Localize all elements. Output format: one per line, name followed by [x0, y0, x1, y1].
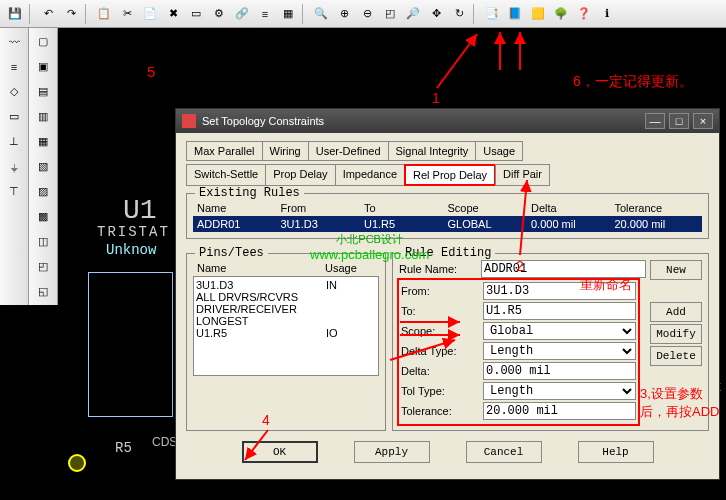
tool-stack[interactable]: ▦: [277, 3, 299, 25]
anno-5: 5: [147, 63, 155, 80]
ltool-gnd[interactable]: ⏚: [2, 155, 26, 178]
ltool-wire[interactable]: 〰: [2, 30, 26, 53]
pins-list[interactable]: 3U1.D3IN ALL DRVRS/RCVRS DRIVER/RECEIVER…: [193, 276, 379, 376]
tool-highlight[interactable]: 🟨: [527, 3, 549, 25]
tool-copy[interactable]: 📋: [93, 3, 115, 25]
ltool-res[interactable]: ▭: [2, 105, 26, 128]
left-toolbars: 〰 ≡ ◇ ▭ ⊥ ⏚ ⊤ ▢ ▣ ▤ ▥ ▦ ▧ ▨ ▩ ◫ ◰ ◱: [0, 28, 58, 305]
maximize-button[interactable]: □: [669, 113, 689, 129]
ltool-bus[interactable]: ≡: [2, 55, 26, 78]
ltool-b[interactable]: ▣: [31, 55, 55, 78]
tab-prop-delay[interactable]: Prop Delay: [265, 164, 335, 186]
ltool-cap[interactable]: ⊥: [2, 130, 26, 153]
close-button[interactable]: ×: [693, 113, 713, 129]
pins-tees-group: Pins/Tees NameUsage 3U1.D3IN ALL DRVRS/R…: [186, 253, 386, 431]
tolerance-input[interactable]: [483, 402, 636, 420]
tool-copy2[interactable]: 📑: [481, 3, 503, 25]
rules-header: Name From To Scope Delta Tolerance: [193, 200, 702, 216]
tool-zoom-in[interactable]: ⊕: [333, 3, 355, 25]
tool-redo[interactable]: ↷: [60, 3, 82, 25]
rule-row[interactable]: ADDR01 3U1.D3 U1.R5 GLOBAL 0.000 mil 20.…: [193, 216, 702, 232]
tabs-row2: Switch-Settle Prop Delay Impedance Rel P…: [186, 164, 709, 185]
ltool-i[interactable]: ◫: [31, 230, 55, 253]
existing-rules-group: Existing Rules Name From To Scope Delta …: [186, 193, 709, 239]
ltool-c[interactable]: ▤: [31, 80, 55, 103]
r5-refdes: R5: [115, 440, 132, 456]
tabs-row1: Max Parallel Wiring User-Defined Signal …: [186, 141, 709, 160]
tool-pan[interactable]: ✥: [425, 3, 447, 25]
ltool-d[interactable]: ▥: [31, 105, 55, 128]
apply-button[interactable]: Apply: [354, 441, 430, 463]
symbol-box[interactable]: [88, 272, 173, 417]
tool-undo[interactable]: ↶: [37, 3, 59, 25]
ltool-sym[interactable]: ◇: [2, 80, 26, 103]
delta-type-select[interactable]: Length: [483, 342, 636, 360]
tab-impedance[interactable]: Impedance: [335, 164, 405, 186]
ltool-j[interactable]: ◰: [31, 255, 55, 278]
tab-signal-integrity[interactable]: Signal Integrity: [388, 141, 477, 161]
to-input[interactable]: [483, 302, 636, 320]
dialog-footer: OK Apply Cancel Help: [186, 441, 709, 471]
minimize-button[interactable]: —: [645, 113, 665, 129]
add-button[interactable]: Add: [650, 302, 702, 322]
dialog-icon: [182, 114, 196, 128]
ltool-e[interactable]: ▦: [31, 130, 55, 153]
tool-layers[interactable]: 🌳: [550, 3, 572, 25]
from-input[interactable]: [483, 282, 636, 300]
ok-button[interactable]: OK: [242, 441, 318, 463]
delete-button[interactable]: Delete: [650, 346, 702, 366]
tol-type-select[interactable]: Length: [483, 382, 636, 400]
topology-constraints-dialog: Set Topology Constraints — □ × Max Paral…: [175, 108, 720, 480]
tool-save[interactable]: 💾: [4, 3, 26, 25]
tool-sheet[interactable]: ▭: [185, 3, 207, 25]
dialog-title: Set Topology Constraints: [202, 115, 324, 127]
tab-switch-settle[interactable]: Switch-Settle: [186, 164, 266, 186]
tab-rel-prop-delay[interactable]: Rel Prop Delay: [404, 164, 496, 186]
tool-template[interactable]: 📘: [504, 3, 526, 25]
anno-6: 6，一定记得更新。: [573, 73, 693, 91]
ltool-f[interactable]: ▧: [31, 155, 55, 178]
ltool-h[interactable]: ▩: [31, 205, 55, 228]
tool-zoom-out[interactable]: ⊖: [356, 3, 378, 25]
svg-line-0: [437, 34, 477, 88]
pin-r5[interactable]: [68, 454, 86, 472]
tool-help[interactable]: ❓: [573, 3, 595, 25]
modify-button[interactable]: Modify: [650, 324, 702, 344]
tab-wiring[interactable]: Wiring: [262, 141, 309, 161]
scope-select[interactable]: Global: [483, 322, 636, 340]
ltool-vcc[interactable]: ⊤: [2, 180, 26, 203]
tool-info[interactable]: ℹ: [596, 3, 618, 25]
tristate-label: TRISTAT: [97, 224, 170, 240]
unknown-label: Unknow: [106, 242, 156, 258]
help-button[interactable]: Help: [578, 441, 654, 463]
ltool-a[interactable]: ▢: [31, 30, 55, 53]
cancel-button[interactable]: Cancel: [466, 441, 542, 463]
tool-delete[interactable]: ✖: [162, 3, 184, 25]
dialog-titlebar[interactable]: Set Topology Constraints — □ ×: [176, 109, 719, 133]
rule-editing-group: Rule Editing Rule Name: From: To: Scope:…: [392, 253, 709, 431]
top-toolbar: 💾 ↶ ↷ 📋 ✂ 📄 ✖ ▭ ⚙ 🔗 ≡ ▦ 🔍 ⊕ ⊖ ◰ 🔎 ✥ ↻ 📑 …: [0, 0, 726, 28]
rule-name-input[interactable]: [481, 260, 646, 278]
tab-usage[interactable]: Usage: [475, 141, 523, 161]
tool-net[interactable]: 🔗: [231, 3, 253, 25]
tool-zoom-win[interactable]: ◰: [379, 3, 401, 25]
tool-zoom-fit[interactable]: 🔍: [310, 3, 332, 25]
tool-props[interactable]: ⚙: [208, 3, 230, 25]
u1-refdes: U1: [123, 195, 157, 226]
tab-max-parallel[interactable]: Max Parallel: [186, 141, 263, 161]
tool-layer[interactable]: ≡: [254, 3, 276, 25]
ltool-k[interactable]: ◱: [31, 280, 55, 303]
ltool-g[interactable]: ▨: [31, 180, 55, 203]
tool-zoom[interactable]: 🔎: [402, 3, 424, 25]
tab-user-defined[interactable]: User-Defined: [308, 141, 389, 161]
anno-1: 1: [432, 90, 440, 106]
new-button[interactable]: New: [650, 260, 702, 280]
tab-diff-pair[interactable]: Diff Pair: [495, 164, 550, 186]
delta-input[interactable]: [483, 362, 636, 380]
tool-cut[interactable]: ✂: [116, 3, 138, 25]
tool-refresh[interactable]: ↻: [448, 3, 470, 25]
tool-paste[interactable]: 📄: [139, 3, 161, 25]
